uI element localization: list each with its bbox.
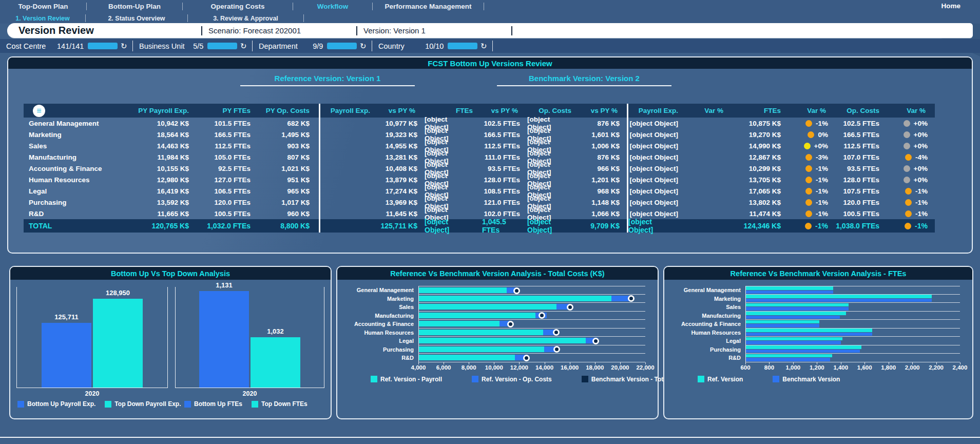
variance-cell [687,174,733,185]
variance-value: -4% [915,153,928,161]
legend-swatch [698,376,704,382]
variance-value: -1% [815,222,828,230]
variance-cell [687,185,733,197]
axis-tick-label: 8,000 [462,364,476,371]
filter-business-unit[interactable]: Business Unit 5/5 ↺ [133,39,252,53]
value-cell: 10,299 K$ [733,163,790,174]
category-label: Human Resources [342,329,418,337]
variance-cell: 876 K$ [581,118,627,129]
bar-track [418,329,645,337]
variance-cell: -3% [790,151,835,163]
legend-swatch [371,376,377,382]
value-cell: 18,564 K$ [134,129,198,140]
axis-tick-label: 800 [764,364,774,371]
filter-cost-centre[interactable]: Cost Centre 141/141 ↺ [0,39,132,53]
filter-country[interactable]: Country 10/10 ↺ [372,39,492,53]
axis-tick-label: 1,200 [810,364,824,371]
subtab-review-approval[interactable]: 3. Review & Approval [188,15,303,22]
value-cell: 965 K$ [260,185,319,197]
bottom-up-vs-top-down-card: Bottom Up Vs Top Down Analysis 125,71112… [9,266,332,419]
value-cell [320,129,379,140]
variance-cell: 968 K$ [581,185,627,197]
tab-home[interactable]: Home [941,2,960,10]
tab-top-down-plan[interactable]: Top-Down Plan [0,3,86,10]
bar-blue [42,323,91,388]
filter-label: Business Unit [133,42,185,50]
table-row: Marketing18,564 K$166.5 FTEs1,495 K$19,3… [24,129,935,140]
filter-count: 141/141 [57,42,84,50]
refresh-icon[interactable]: ↺ [121,42,127,51]
value-cell: 1,495 K$ [260,129,319,140]
legend-swatch [582,376,588,382]
tab-performance-management[interactable]: Performance Management [373,3,484,10]
chart-row: Manufacturing [342,312,645,320]
version-label: Version: Version 1 [357,26,511,35]
benchmark-version-bar [746,350,860,353]
axis-tick-label: 12,000 [510,364,528,371]
title-separator [511,26,512,35]
category-label: Legal [342,337,418,345]
value-cell: 903 K$ [260,140,319,151]
refresh-icon[interactable]: ↺ [481,42,487,51]
variance-value: +0% [914,165,928,172]
value-cell: [object Object] [628,140,687,151]
bar-track [418,286,645,295]
benchmark-marker [513,287,520,294]
value-cell: 105.0 FTEs [198,151,260,163]
value-cell: 16,419 K$ [134,185,198,197]
value-cell: 11,984 K$ [134,151,198,163]
status-dot-orange [805,199,812,206]
benchmark-marker [592,338,599,344]
value-cell: 807 K$ [260,151,319,163]
x-axis: 6008001,0001,2001,4001,6001,8002,0002,20… [745,362,960,372]
category-label: Purchasing [342,345,418,354]
filter-label: Department [253,42,298,50]
value-cell [320,151,379,163]
payroll-segment [419,287,507,293]
tab-workflow[interactable]: Workflow [293,3,372,10]
bar-track [745,345,960,354]
variance-value: +0% [914,120,928,127]
bar-wrapper: 125,711 [42,287,91,388]
row-label: Manufacturing [24,151,134,163]
refresh-icon[interactable]: ↺ [240,42,247,51]
variance-value: -1% [915,222,928,230]
variance-cell [687,129,733,140]
bar-data-label: 1,032 [267,327,284,335]
refresh-icon[interactable]: ↺ [360,42,367,51]
table-row: Human Resources12,980 K$127.0 FTEs951 K$… [24,174,935,185]
bar-track [418,320,645,329]
subtab-status-overview[interactable]: 2. Status Overview [86,15,187,22]
legend-swatch [472,376,478,382]
ref-vs-benchmark-ftes-card: Reference Vs Benchmark Version Analysis … [663,266,973,419]
tab-bottom-up-plan[interactable]: Bottom-Up Plan [87,3,182,10]
axis-tick-label: 2,200 [929,364,944,371]
bar-track [418,295,645,303]
subtab-version-review[interactable]: 1. Version Review [0,15,85,22]
bar-track [745,354,960,362]
bar-track [745,286,960,295]
status-dot-orange [805,165,812,172]
menu-icon[interactable]: ≡ [33,105,45,117]
variance-value: -1% [915,199,928,206]
legend-item: Ref. Version - Payroll [371,376,442,383]
column-header: Payroll Exp. [628,104,687,118]
status-dot-orange [905,188,912,195]
column-header: vs PY % [379,104,425,118]
value-cell: 12,867 K$ [733,151,790,163]
filter-department[interactable]: Department 9/9 ↺ [253,39,372,53]
benchmark-version-bar [746,291,833,294]
status-dot-orange [805,177,812,183]
value-cell: [object Object] [628,219,687,233]
value-cell [320,174,379,185]
variance-cell: 112.5 FTEs [482,140,527,151]
row-label: Marketing [24,129,134,140]
chart-row: Marketing [342,295,645,303]
tab-operating-costs[interactable]: Operating Costs [183,3,293,10]
value-cell: 102.5 FTEs [835,118,889,129]
axis-tick-label: 2,400 [953,364,968,371]
ref-version-bar [746,303,849,307]
legend-label: Ref. Version [707,376,743,383]
value-cell: 124,346 K$ [733,219,790,233]
bar-chart: 125,711128,9502020Bottom Up Payroll Exp.… [10,280,331,408]
